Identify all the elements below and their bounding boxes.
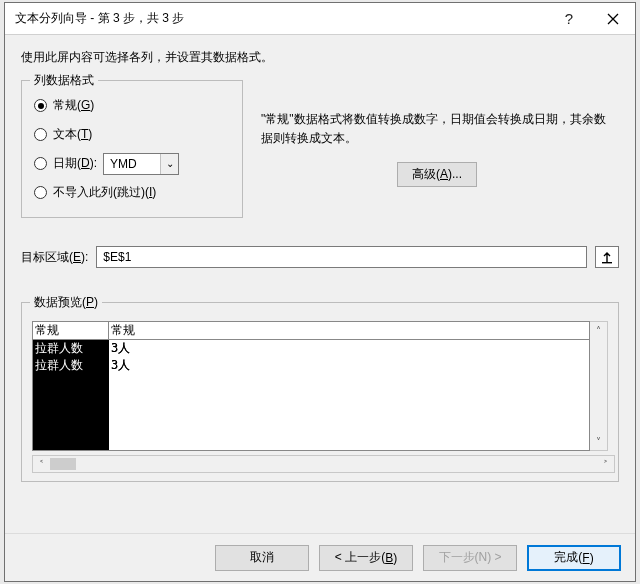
destination-input[interactable]: $E$1 <box>96 246 587 268</box>
preview-header-row: 常规 常规 <box>33 322 589 340</box>
cancel-button[interactable]: 取消 <box>215 545 309 571</box>
radio-skip-label: 不导入此列(跳过)(I) <box>53 184 156 201</box>
preview-header-2[interactable]: 常规 <box>109 322 589 339</box>
radio-text-label: 文本(T) <box>53 126 92 143</box>
finish-button[interactable]: 完成(F) <box>527 545 621 571</box>
radio-date[interactable] <box>34 157 47 170</box>
dialog-footer: 取消 < 上一步(B) 下一步(N) > 完成(F) <box>5 533 635 581</box>
preview-horizontal-scrollbar[interactable]: ˂ ˃ <box>32 455 615 473</box>
radio-text-row[interactable]: 文本(T) <box>34 120 230 149</box>
data-preview-group: 数据预览(P) 常规 常规 拉群人数 3人 拉群人数 3人 <box>21 302 619 482</box>
radio-date-row[interactable]: 日期(D): YMD ⌄ <box>34 149 230 178</box>
radio-date-label: 日期(D): <box>53 155 97 172</box>
svg-rect-0 <box>602 262 612 263</box>
format-info: "常规"数据格式将数值转换成数字，日期值会转换成日期，其余数据则转换成文本。 高… <box>243 80 619 187</box>
preview-vertical-scrollbar[interactable]: ˄ ˅ <box>590 321 608 451</box>
destination-value: $E$1 <box>103 250 131 264</box>
preview-header-1[interactable]: 常规 <box>33 322 109 339</box>
radio-general[interactable] <box>34 99 47 112</box>
advanced-button[interactable]: 高级(A)... <box>397 162 477 187</box>
scroll-right-icon[interactable]: ˃ <box>597 459 614 470</box>
date-format-value: YMD <box>110 157 137 171</box>
format-info-text: "常规"数据格式将数值转换成数字，日期值会转换成日期，其余数据则转换成文本。 <box>261 110 613 148</box>
instruction-text: 使用此屏内容可选择各列，并设置其数据格式。 <box>21 49 619 66</box>
radio-text[interactable] <box>34 128 47 141</box>
preview-grid[interactable]: 常规 常规 拉群人数 3人 拉群人数 3人 拉群人数 拉群人数 <box>32 321 590 451</box>
scroll-thumb[interactable] <box>50 458 76 470</box>
text-to-columns-wizard-dialog: 文本分列向导 - 第 3 步，共 3 步 ? 使用此屏内容可选择各列，并设置其数… <box>4 2 636 582</box>
help-button[interactable]: ? <box>547 4 591 34</box>
date-format-select[interactable]: YMD ⌄ <box>103 153 179 175</box>
next-button: 下一步(N) > <box>423 545 517 571</box>
radio-general-label: 常规(G) <box>53 97 94 114</box>
column-data-format-group: 列数据格式 常规(G) 文本(T) 日期(D): YMD ⌄ <box>21 80 243 218</box>
back-button[interactable]: < 上一步(B) <box>319 545 413 571</box>
radio-skip-row[interactable]: 不导入此列(跳过)(I) <box>34 178 230 207</box>
radio-skip[interactable] <box>34 186 47 199</box>
range-picker-button[interactable] <box>595 246 619 268</box>
radio-general-row[interactable]: 常规(G) <box>34 91 230 120</box>
destination-row: 目标区域(E): $E$1 <box>21 246 619 268</box>
preview-legend: 数据预览(P) <box>30 294 102 311</box>
scroll-down-icon[interactable]: ˅ <box>590 433 607 450</box>
top-row: 列数据格式 常规(G) 文本(T) 日期(D): YMD ⌄ <box>21 80 619 218</box>
chevron-down-icon: ⌄ <box>160 154 178 174</box>
destination-label: 目标区域(E): <box>21 249 88 266</box>
scroll-left-icon[interactable]: ˂ <box>33 459 50 470</box>
scroll-up-icon[interactable]: ˄ <box>590 322 607 339</box>
close-button[interactable] <box>591 4 635 34</box>
titlebar: 文本分列向导 - 第 3 步，共 3 步 ? <box>5 3 635 35</box>
close-icon <box>607 13 619 25</box>
format-legend: 列数据格式 <box>30 72 98 89</box>
range-picker-icon <box>600 250 614 264</box>
dialog-title: 文本分列向导 - 第 3 步，共 3 步 <box>15 10 547 27</box>
dialog-content: 使用此屏内容可选择各列，并设置其数据格式。 列数据格式 常规(G) 文本(T) … <box>5 35 635 533</box>
